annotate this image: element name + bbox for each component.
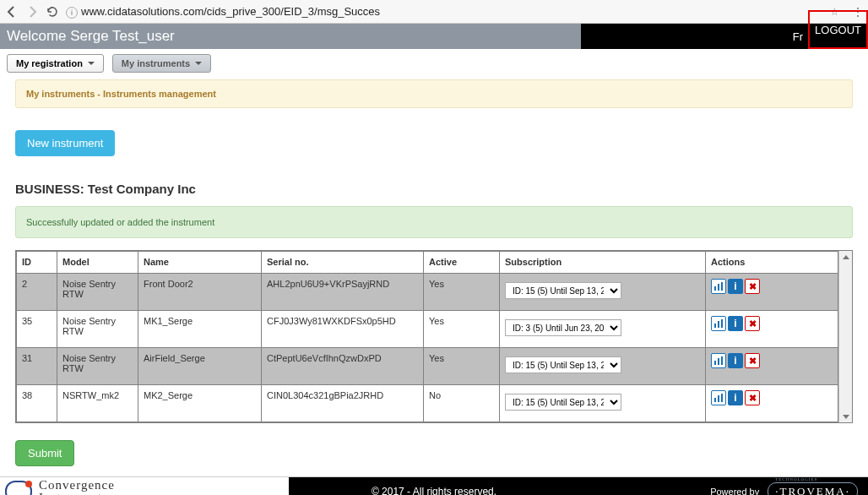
header-right: Fr LOGOUT: [581, 24, 868, 49]
svg-rect-1: [718, 284, 719, 291]
table-row: 31Noise Sentry RTWAirField_SergeCtPeptU6…: [17, 348, 838, 385]
svg-rect-7: [718, 358, 719, 365]
cell-active: Yes: [424, 274, 500, 311]
new-instrument-button[interactable]: New instrument: [15, 130, 115, 156]
cell-actions: i✖: [706, 274, 838, 311]
url-text: www.cidatasolutions.com/cids_prive_300/E…: [81, 5, 380, 18]
menu-bar: My registration My instruments: [0, 49, 868, 78]
menu-my-instruments[interactable]: My instruments: [112, 54, 211, 73]
business-heading: BUSINESS: Test Company Inc: [15, 182, 853, 196]
powered-by-label: Powered by: [710, 487, 759, 496]
logout-button[interactable]: LOGOUT: [815, 24, 861, 36]
reload-icon[interactable]: [46, 5, 59, 19]
chevron-down-icon: [195, 62, 202, 65]
cell-model: Noise Sentry RTW: [57, 348, 138, 385]
delete-icon[interactable]: ✖: [745, 279, 760, 294]
cell-actions: i✖: [706, 311, 838, 348]
menu-label: My instruments: [122, 58, 190, 68]
success-alert: Successfully updated or added the instru…: [15, 206, 853, 238]
cell-serial: CtPeptU6eVcfIhnQzwDxPD: [262, 348, 424, 385]
stats-icon[interactable]: [711, 390, 726, 405]
breadcrumb: My instruments - Instruments management: [15, 79, 853, 108]
svg-rect-11: [721, 394, 723, 402]
table-row: 2Noise Sentry RTWFront Door2AHL2pnU6U9+V…: [17, 274, 838, 311]
cell-name: AirField_Serge: [138, 348, 262, 385]
footer-powered: Powered by TECHNOLOGIES·TROVEMA·: [579, 477, 868, 495]
stats-icon[interactable]: [711, 353, 726, 368]
cell-name: MK1_Serge: [138, 311, 262, 348]
menu-label: My registration: [16, 58, 83, 68]
col-id: ID: [17, 252, 57, 274]
ci-brand-text: Convergence Instruments: [39, 479, 115, 496]
col-name: Name: [138, 252, 262, 274]
col-serial: Serial no.: [262, 252, 424, 274]
svg-rect-2: [721, 282, 723, 291]
svg-rect-0: [714, 286, 716, 291]
stats-icon[interactable]: [711, 279, 726, 294]
table-scrollbar[interactable]: [838, 251, 852, 422]
info-icon[interactable]: i: [66, 7, 78, 19]
scroll-up-icon[interactable]: [839, 251, 852, 263]
svg-rect-9: [714, 398, 716, 402]
col-model: Model: [57, 252, 138, 274]
delete-icon[interactable]: ✖: [745, 316, 760, 331]
menu-my-registration[interactable]: My registration: [7, 54, 104, 73]
col-actions: Actions: [706, 252, 838, 274]
forward-icon[interactable]: [25, 5, 39, 19]
col-subscription: Subscription: [500, 252, 706, 274]
scroll-down-icon[interactable]: [839, 411, 852, 422]
svg-rect-10: [718, 395, 719, 402]
cell-subscription: ID: 15 (5) Until Sep 13, 2018: [500, 274, 706, 311]
table-row: 35Noise Sentry RTWMK1_SergeCFJ0J3Wy81WXK…: [17, 311, 838, 348]
table-row: 38NSRTW_mk2MK2_SergeCIN0L304c321gBPia2JR…: [17, 385, 838, 422]
cell-actions: i✖: [706, 348, 838, 385]
cell-id: 38: [17, 385, 57, 422]
svg-rect-6: [714, 361, 716, 365]
cell-id: 31: [17, 348, 57, 385]
subscription-select[interactable]: ID: 3 (5) Until Jun 23, 2018: [505, 319, 621, 336]
cell-subscription: ID: 3 (5) Until Jun 23, 2018: [500, 311, 706, 348]
cell-id: 2: [17, 274, 57, 311]
chevron-down-icon: [88, 62, 95, 65]
footer: Convergence Instruments © 2017 - All rig…: [0, 476, 868, 495]
subscription-select[interactable]: ID: 15 (5) Until Sep 13, 2018: [505, 282, 621, 299]
cell-subscription: ID: 15 (5) Until Sep 13, 2018: [500, 348, 706, 385]
svg-rect-4: [718, 321, 719, 328]
col-active: Active: [424, 252, 500, 274]
cell-name: MK2_Serge: [138, 385, 262, 422]
submit-button[interactable]: Submit: [15, 440, 74, 466]
cell-serial: AHL2pnU6U9+VKrPSayjRND: [262, 274, 424, 311]
info-icon[interactable]: i: [728, 316, 743, 331]
cell-model: Noise Sentry RTW: [57, 311, 138, 348]
brand-line2: Instruments: [39, 492, 115, 496]
svg-rect-5: [721, 319, 723, 328]
trovema-tech: TECHNOLOGIES: [775, 477, 817, 481]
delete-icon[interactable]: ✖: [745, 353, 760, 368]
instruments-table: ID Model Name Serial no. Active Subscrip…: [16, 251, 838, 422]
address-bar[interactable]: iwww.cidatasolutions.com/cids_prive_300/…: [66, 5, 823, 19]
stats-icon[interactable]: [711, 316, 726, 331]
cell-id: 35: [17, 311, 57, 348]
trovema-text: TROVEMA: [779, 485, 845, 496]
info-icon[interactable]: i: [728, 353, 743, 368]
subscription-select[interactable]: ID: 15 (5) Until Sep 13, 2018: [505, 394, 621, 411]
back-icon[interactable]: [5, 5, 19, 19]
instruments-table-wrap: ID Model Name Serial no. Active Subscrip…: [15, 250, 853, 423]
welcome-text: Welcome Serge Test_user: [0, 24, 581, 49]
info-icon[interactable]: i: [728, 279, 743, 294]
cell-active: Yes: [424, 348, 500, 385]
ci-logo-icon: [5, 481, 32, 496]
info-icon[interactable]: i: [728, 390, 743, 405]
delete-icon[interactable]: ✖: [745, 390, 760, 405]
footer-copyright: © 2017 - All rights reserved.: [289, 477, 579, 495]
language-switch[interactable]: Fr: [788, 30, 808, 43]
cell-serial: CIN0L304c321gBPia2JRHD: [262, 385, 424, 422]
cell-subscription: ID: 15 (5) Until Sep 13, 2018: [500, 385, 706, 422]
footer-brand: Convergence Instruments: [0, 477, 289, 495]
brand-line1: Convergence: [39, 479, 115, 492]
subscription-select[interactable]: ID: 15 (5) Until Sep 13, 2018: [505, 356, 621, 373]
cell-name: Front Door2: [138, 274, 262, 311]
cell-serial: CFJ0J3Wy81WXKDFSx0p5HD: [262, 311, 424, 348]
scroll-track[interactable]: [839, 263, 852, 411]
logout-highlight: LOGOUT: [808, 10, 868, 49]
